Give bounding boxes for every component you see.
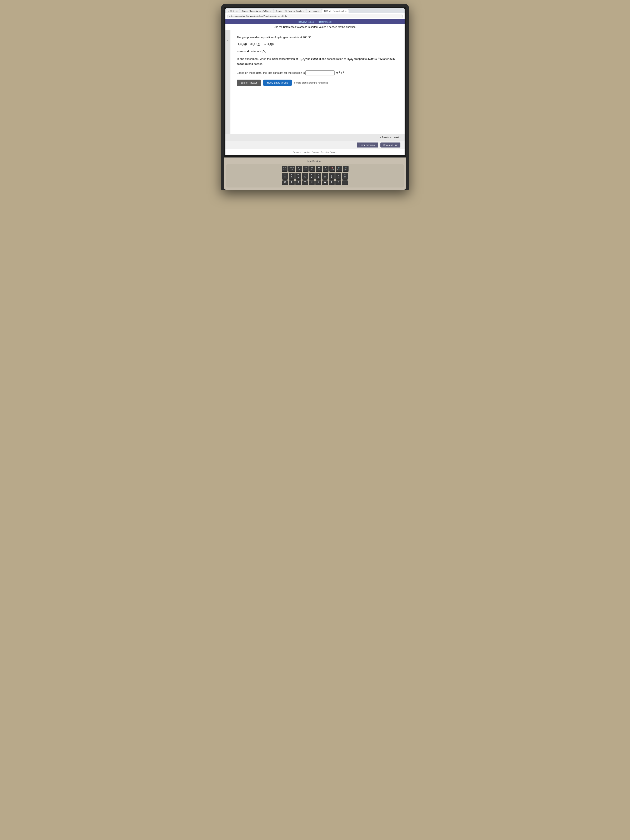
key-8[interactable]: * 8 xyxy=(316,173,321,180)
tab-bar: s Club - × Suede Classic Women's Sne × S… xyxy=(226,8,404,13)
key-6[interactable]: ^ 6 xyxy=(302,173,308,180)
function-key-row: ⊞⊞ F3 ⊟⊟⊟ F4 ☀- F5 ☀+ F6 ⏮ F7 xyxy=(228,166,402,172)
key-0[interactable]: ) 0 xyxy=(329,173,335,180)
key-r[interactable]: R xyxy=(289,180,295,185)
email-instructor-button[interactable]: Email Instructor xyxy=(357,142,378,147)
key-e[interactable]: E xyxy=(282,180,288,185)
navigation-footer: ‹ Previous Next › xyxy=(226,134,404,141)
button-row: Submit Answer Retry Entire Group 9 more … xyxy=(237,80,398,86)
action-footer: Email Instructor Save and Exit xyxy=(226,141,404,149)
submit-answer-button[interactable]: Submit Answer xyxy=(237,80,261,86)
tab-owlv2[interactable]: OWLv2 | Online teach × xyxy=(322,9,349,13)
key-minus[interactable]: _ - xyxy=(335,173,341,180)
key-p[interactable]: P xyxy=(329,180,335,185)
letter-row-r: E R T Y U I O P { } xyxy=(228,180,402,185)
references-link[interactable]: [References] xyxy=(319,21,332,23)
address-bar xyxy=(226,13,404,19)
question-text: The gas phase decomposition of hydrogen … xyxy=(237,35,398,76)
cengage-footer: Cengage Learning | Cengage Technical Sup… xyxy=(226,149,404,155)
tab-s-club[interactable]: s Club - × xyxy=(226,9,240,13)
close-icon[interactable]: × xyxy=(236,10,237,12)
tab-label: My Home xyxy=(308,10,317,12)
key-f5[interactable]: ☀- F5 xyxy=(296,166,302,172)
key-i[interactable]: I xyxy=(316,180,321,185)
key-f3[interactable]: ⊞⊞ F3 xyxy=(282,166,287,172)
key-f8[interactable]: ⏯ F8 xyxy=(316,166,322,172)
key-f4[interactable]: ⊟⊟⊟ F4 xyxy=(288,166,295,172)
instruction-text: Use the References to access important v… xyxy=(226,24,404,30)
close-icon[interactable]: × xyxy=(303,10,304,12)
review-topics-link[interactable]: [Review Topics] xyxy=(298,21,314,23)
key-lbrace[interactable]: { xyxy=(335,180,341,185)
close-icon[interactable]: × xyxy=(345,10,346,12)
key-4[interactable]: $ 4 xyxy=(289,173,295,180)
key-equals[interactable]: + = xyxy=(342,173,348,180)
order-text: is second order in H2O2. xyxy=(237,49,398,54)
tab-spanish[interactable]: Spanish 102 Examen Capitu × xyxy=(273,9,306,13)
content-wrapper: ‹ The gas phase decomposition of hydroge… xyxy=(226,30,404,134)
key-f9[interactable]: ⏭ F9 xyxy=(323,166,328,172)
key-9[interactable]: ( 9 xyxy=(322,173,328,180)
intro-paragraph: The gas phase decomposition of hydrogen … xyxy=(237,35,398,39)
left-sidebar-arrow[interactable]: ‹ xyxy=(226,30,231,134)
screen-bezel: s Club - × Suede Classic Women's Sne × S… xyxy=(224,7,406,157)
rate-constant-input[interactable] xyxy=(305,70,335,76)
browser-window: s Club - × Suede Classic Women's Sne × S… xyxy=(226,8,404,155)
key-f11[interactable]: 🔉 F11 xyxy=(336,166,342,172)
next-button[interactable]: Next › xyxy=(393,136,400,139)
tab-suede[interactable]: Suede Classic Women's Sne × xyxy=(240,9,273,13)
keyboard-base: MacBook Air ⊞⊞ F3 ⊟⊟⊟ F4 ☀- F5 ☀+ F6 xyxy=(224,158,406,190)
url-input[interactable] xyxy=(227,14,403,18)
owlv2-header: [Review Topics] [References] xyxy=(226,19,404,24)
key-hash[interactable]: # $ xyxy=(282,173,288,180)
save-and-exit-button[interactable]: Save and Exit xyxy=(381,142,400,147)
key-t[interactable]: T xyxy=(295,180,301,185)
keyboard: ⊞⊞ F3 ⊟⊟⊟ F4 ☀- F5 ☀+ F6 ⏮ F7 xyxy=(226,164,404,188)
chevron-left-icon: ‹ xyxy=(380,136,381,139)
laptop-frame: s Club - × Suede Classic Women's Sne × S… xyxy=(221,4,409,190)
chevron-right-icon: › xyxy=(399,136,400,139)
macbook-label: MacBook Air xyxy=(226,160,404,163)
key-rbrace[interactable]: } xyxy=(342,180,348,185)
unit-label: M−1 s−1. xyxy=(336,71,344,75)
number-key-row: # $ $ 4 % 5 ^ 6 & 7 xyxy=(228,173,402,180)
retry-entire-group-button[interactable]: Retry Entire Group xyxy=(263,80,292,86)
key-f12[interactable]: 🔊 F12 xyxy=(343,166,349,172)
key-5[interactable]: % 5 xyxy=(295,173,301,180)
tab-label: OWLv2 | Online teach xyxy=(324,10,344,12)
tab-my-home[interactable]: My Home × xyxy=(306,9,322,13)
key-y[interactable]: Y xyxy=(302,180,308,185)
tab-label: Spanish 102 Examen Capitu xyxy=(276,10,302,12)
close-icon[interactable]: × xyxy=(270,10,271,12)
answer-line: M−1 s−1. xyxy=(305,70,344,76)
tab-label: s Club - xyxy=(228,10,235,12)
chevron-left-icon[interactable]: ‹ xyxy=(227,38,228,42)
attempts-remaining: 9 more group attempts remaining xyxy=(294,81,328,85)
tab-label: Suede Classic Women's Sne xyxy=(242,10,269,12)
experiment-paragraph: In one experiment, when the initial conc… xyxy=(237,57,398,66)
key-7[interactable]: & 7 xyxy=(309,173,314,180)
key-u[interactable]: U xyxy=(309,180,314,185)
chemical-equation: H2O2(g)⟶H2O(g) + ½ O2(g) xyxy=(237,42,398,47)
previous-button[interactable]: ‹ Previous xyxy=(380,136,392,139)
key-f6[interactable]: ☀+ F6 xyxy=(303,166,308,172)
key-o[interactable]: O xyxy=(322,180,328,185)
rate-constant-paragraph: Based on these data, the rate constant f… xyxy=(237,69,398,76)
key-f10[interactable]: 🔇 F10 xyxy=(329,166,335,172)
close-icon[interactable]: × xyxy=(318,10,320,12)
key-f7[interactable]: ⏮ F7 xyxy=(309,166,315,172)
question-area: The gas phase decomposition of hydrogen … xyxy=(231,30,404,134)
